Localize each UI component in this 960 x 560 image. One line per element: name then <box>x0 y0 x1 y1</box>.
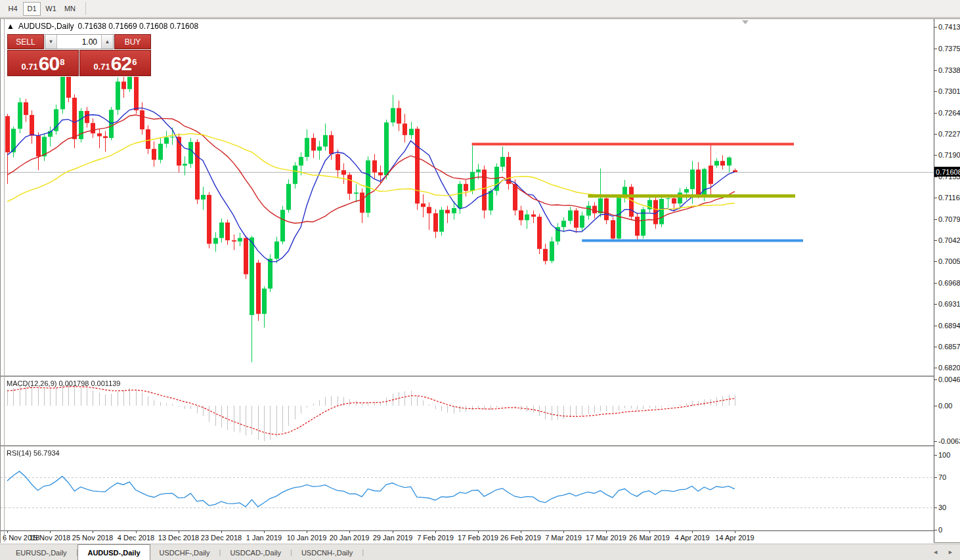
tab-separator: | <box>362 548 364 556</box>
sell-price-big: 60 <box>39 54 59 74</box>
date-axis-label: 13 Dec 2018 <box>158 534 199 542</box>
rsi-pane: RSI(14) 56.7934 <box>1 446 934 530</box>
price-axis-label: 0.72270 <box>934 129 960 139</box>
tab-scroll-buttons: ◄ ► <box>932 549 953 555</box>
tab-audusddaily[interactable]: AUDUSD-,Daily <box>77 544 150 560</box>
chart-shift-marker-icon <box>742 20 749 24</box>
price-axis-label: 0.68940 <box>934 321 960 330</box>
date-tick <box>136 531 137 533</box>
date-axis-label: 14 Apr 2019 <box>715 534 754 542</box>
price-pane: ▲ AUDUSD-,Daily 0.71638 0.71669 0.71608 … <box>1 19 934 376</box>
date-axis-label: 26 Mar 2019 <box>629 534 670 542</box>
sell-button[interactable]: SELL <box>7 34 44 49</box>
price-axis-label: 0.68570 <box>934 342 960 351</box>
price-axis-label: 0.73380 <box>934 66 960 75</box>
date-axis-label: 4 Dec 2018 <box>118 534 154 542</box>
volume-increase-icon[interactable]: ▲ <box>101 35 113 49</box>
rsi-canvas[interactable] <box>1 446 934 530</box>
price-axis-label: 0.68200 <box>934 363 960 372</box>
symbol-direction-icon: ▲ <box>7 22 14 31</box>
timeframe-toolbar: H4D1W1MN <box>0 0 960 18</box>
price-axis-label: 0.72640 <box>934 108 960 118</box>
date-tick <box>7 531 8 533</box>
date-tick <box>692 531 693 533</box>
sell-price-button[interactable]: 0.71 60 8 <box>7 50 79 76</box>
current-price-tag: 0.71608 <box>934 167 960 177</box>
date-tick <box>521 531 521 533</box>
macd-axis-label: -0.00639 <box>934 437 960 446</box>
chart-ohlc-values: 0.71638 0.71669 0.71608 0.71608 <box>78 22 199 31</box>
price-axis-label: 0.69680 <box>934 278 960 288</box>
date-tick <box>221 531 222 533</box>
date-axis-label: 17 Mar 2019 <box>586 534 626 542</box>
date-tick <box>393 531 393 533</box>
date-tick <box>478 531 479 533</box>
date-axis-label: 1 Jan 2019 <box>246 534 282 542</box>
rsi-label: RSI(14) 56.7934 <box>7 449 60 457</box>
volume-stepper: ▼ 1.00 ▲ <box>45 34 114 49</box>
timeframe-button-mn[interactable]: MN <box>61 2 79 16</box>
tab-usdchfdaily[interactable]: USDCHF-,Daily <box>150 546 219 560</box>
tab-scroll-right-icon[interactable]: ► <box>948 549 953 555</box>
macd-axis-label: 0.00 <box>934 401 960 410</box>
rsi-axis-label: 70 <box>934 473 960 482</box>
buy-price-big: 62 <box>111 54 131 74</box>
price-axis-label: 0.73010 <box>934 87 960 96</box>
rsi-axis-label: 30 <box>934 503 960 512</box>
date-axis-label: 7 Mar 2019 <box>545 534 582 542</box>
volume-decrease-icon[interactable]: ▼ <box>45 35 57 49</box>
date-tick <box>50 531 51 533</box>
buy-price-pip: 6 <box>132 51 137 74</box>
rsi-axis-label: 0 <box>934 525 960 534</box>
tab-eurusddaily[interactable]: EURUSD-,Daily <box>7 546 76 560</box>
macd-axis-label: 0.004694 <box>934 375 960 384</box>
timeframe-button-w1[interactable]: W1 <box>42 2 60 16</box>
date-axis-label: 17 Feb 2019 <box>458 534 498 542</box>
date-tick <box>349 531 350 533</box>
date-axis-label: 20 Jan 2019 <box>330 534 370 542</box>
tab-usdcaddaily[interactable]: USDCAD-,Daily <box>221 546 290 560</box>
tab-scroll-left-icon[interactable]: ◄ <box>932 549 938 555</box>
volume-input[interactable]: 1.00 <box>57 35 101 49</box>
chart-window: ▲ AUDUSD-,Daily 0.71638 0.71669 0.71608 … <box>0 18 960 543</box>
buy-price-prefix: 0.71 <box>94 60 110 74</box>
date-tick <box>649 531 650 533</box>
chart-title: ▲ AUDUSD-,Daily 0.71638 0.71669 0.71608 … <box>7 22 198 31</box>
date-tick <box>563 531 564 533</box>
date-axis-label: 26 Feb 2019 <box>500 534 541 542</box>
date-axis[interactable]: 6 Nov 201815 Nov 201825 Nov 20184 Dec 20… <box>1 530 934 544</box>
macd-label: MACD(12,26,9) 0.001798 0.001139 <box>7 379 120 387</box>
one-click-trade-panel: SELL ▼ 1.00 ▲ BUY 0.71 60 8 0.71 62 6 <box>7 33 152 77</box>
date-tick <box>264 531 265 533</box>
price-axis-label: 0.73750 <box>934 44 960 53</box>
sell-price-prefix: 0.71 <box>22 60 38 74</box>
macd-canvas[interactable] <box>1 377 934 445</box>
date-axis-label: 23 Dec 2018 <box>201 534 242 542</box>
buy-price-button[interactable]: 0.71 62 6 <box>79 50 151 76</box>
timeframe-button-d1[interactable]: D1 <box>23 2 41 16</box>
toolbar-separator <box>85 2 86 15</box>
price-axis-label: 0.70420 <box>934 236 960 245</box>
rsi-axis-label: 100 <box>934 450 960 460</box>
date-axis-label: 7 Feb 2019 <box>417 534 454 542</box>
window-left-border <box>2 19 5 542</box>
date-tick <box>735 531 735 533</box>
buy-button[interactable]: BUY <box>114 34 151 49</box>
date-axis-label: 4 Apr 2019 <box>674 534 709 542</box>
date-tick <box>606 531 607 533</box>
chart-symbol-label: AUDUSD-,Daily <box>18 22 74 31</box>
price-axis[interactable]: 0.71608 0.741300.737500.733800.730100.72… <box>934 19 960 542</box>
price-axis-label: 0.70050 <box>934 257 960 266</box>
date-tick <box>307 531 307 533</box>
price-axis-label: 0.71900 <box>934 150 960 160</box>
date-tick <box>179 531 179 533</box>
date-axis-label: 15 Nov 2018 <box>30 534 70 542</box>
price-axis-label: 0.74130 <box>934 22 960 32</box>
tab-usdcnhdaily[interactable]: USDCNH-,Daily <box>292 546 362 560</box>
macd-pane: MACD(12,26,9) 0.001798 0.001139 <box>1 377 934 445</box>
timeframe-button-h4[interactable]: H4 <box>4 2 22 16</box>
date-tick <box>435 531 436 533</box>
price-axis-label: 0.71160 <box>934 193 960 202</box>
date-tick <box>93 531 93 533</box>
sell-price-pip: 8 <box>60 51 64 74</box>
